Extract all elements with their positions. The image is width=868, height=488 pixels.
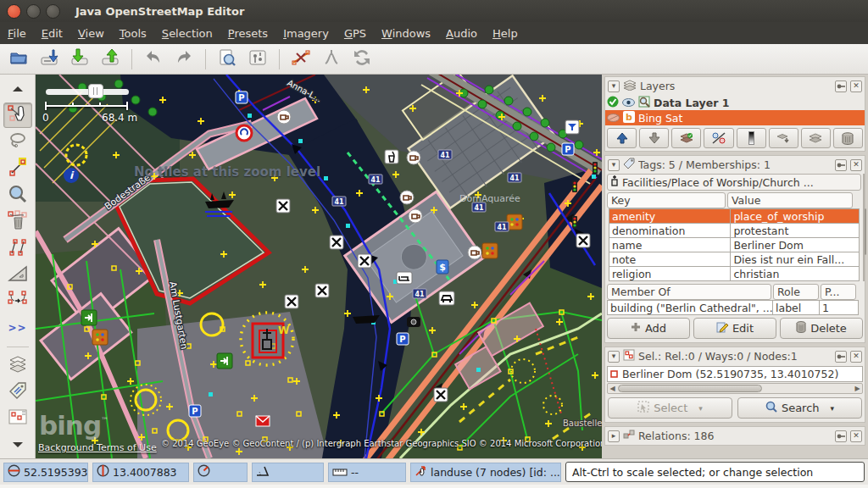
delete-layer-button[interactable]: [833, 128, 863, 148]
layer-row-bing[interactable]: b Bing Sat: [605, 110, 865, 125]
collapse-icon[interactable]: ▾: [608, 80, 620, 92]
menu-view[interactable]: View: [70, 24, 112, 43]
close-icon[interactable]: ✕: [850, 351, 862, 363]
draw-node-tool-button[interactable]: [3, 157, 32, 181]
layers-panel-toggle[interactable]: [3, 353, 32, 378]
tags-panel-toggle[interactable]: [3, 380, 32, 404]
menu-tools[interactable]: Tools: [112, 24, 154, 43]
preferences-button[interactable]: [244, 47, 271, 72]
sticky-pin-icon[interactable]: [835, 430, 847, 442]
extrude-tool-button[interactable]: [3, 263, 32, 287]
search-button[interactable]: [214, 47, 241, 72]
menu-gps[interactable]: GPS: [337, 24, 374, 43]
scroll-left-arrow[interactable]: ◀: [608, 384, 617, 393]
edit-tag-button[interactable]: Edit: [693, 318, 776, 339]
menu-file[interactable]: File: [0, 24, 34, 43]
sticky-pin-icon[interactable]: [835, 351, 847, 363]
split-way-button[interactable]: [287, 47, 314, 72]
position-column-header[interactable]: P...: [821, 284, 856, 300]
scroll-right-arrow[interactable]: ▶: [853, 384, 862, 393]
add-tag-button[interactable]: Add: [607, 318, 690, 339]
layer-opacity-button[interactable]: [737, 128, 766, 148]
membership-row[interactable]: building ("Berlin Cathedral", ... label …: [608, 301, 859, 315]
window-bottom-edge: [0, 485, 868, 488]
window-maximize-button[interactable]: [46, 4, 60, 19]
expand-icon[interactable]: ▸: [608, 430, 620, 442]
open-file-button[interactable]: [5, 47, 32, 72]
activate-layer-button[interactable]: [671, 128, 701, 148]
selection-item[interactable]: Berliner Dom (52.5190735, 13.4010752): [607, 366, 863, 382]
delete-tool-button[interactable]: [3, 209, 32, 234]
select-tool-button[interactable]: [3, 103, 32, 128]
scroll-down-button[interactable]: [3, 433, 32, 458]
menu-windows[interactable]: Windows: [374, 24, 438, 43]
angle-icon: [256, 465, 270, 479]
visibility-eye-off-icon[interactable]: [607, 112, 620, 125]
combine-way-button[interactable]: [318, 47, 345, 72]
close-icon[interactable]: ✕: [850, 80, 862, 92]
scroll-up-button[interactable]: [3, 76, 32, 101]
distance-field: --: [328, 463, 406, 482]
download-osm-button[interactable]: [36, 47, 63, 72]
update-data-button[interactable]: [348, 47, 376, 72]
close-icon[interactable]: ✕: [850, 159, 862, 171]
longitude-field: 13.4007883: [92, 463, 189, 482]
preset-row[interactable]: Facilities/Place of Worship/Church ...: [607, 174, 861, 191]
menu-audio[interactable]: Audio: [438, 24, 485, 43]
layer-row-data[interactable]: Data Layer 1: [605, 95, 865, 110]
menu-presets[interactable]: Presets: [220, 24, 275, 43]
tag-row[interactable]: nameBerliner Dom: [609, 238, 860, 252]
zoom-tool-button[interactable]: [3, 183, 32, 208]
more-tools-button[interactable]: >>: [3, 316, 32, 341]
zoom-slider[interactable]: [46, 89, 129, 95]
dropdown-arrow-icon: ▾: [831, 404, 835, 413]
sticky-pin-icon[interactable]: [835, 80, 847, 92]
move-layer-up-button[interactable]: [607, 128, 637, 148]
title-bar: Java OpenStreetMap Editor: [0, 0, 868, 22]
merge-nodes-tool-button[interactable]: [3, 289, 32, 313]
tag-row[interactable]: religionchristian: [609, 267, 860, 281]
zoom-slider-handle[interactable]: [88, 84, 103, 98]
map-canvas[interactable]: W: [36, 75, 602, 458]
area-label-baustelle: Baustelle: [563, 419, 602, 428]
role-column-header[interactable]: Role: [773, 284, 819, 300]
collapse-icon[interactable]: ▾: [608, 159, 620, 171]
member-of-column-header[interactable]: Member Of: [607, 284, 771, 300]
select-button[interactable]: Select ▾: [608, 397, 732, 419]
download-along-button[interactable]: [66, 47, 93, 72]
key-column-header[interactable]: Key: [607, 192, 726, 208]
redo-button[interactable]: [170, 47, 198, 72]
layer-visibility-button[interactable]: [704, 128, 733, 148]
collapse-icon[interactable]: ▾: [608, 351, 620, 363]
background-terms-link[interactable]: Background Terms of Use: [38, 442, 157, 453]
parallel-way-tool-button[interactable]: [3, 236, 32, 261]
search-document-icon: [217, 47, 237, 71]
tag-row[interactable]: denominationprotestant: [609, 224, 860, 238]
selection-panel-toggle[interactable]: [3, 406, 32, 430]
move-layer-down-button[interactable]: [639, 128, 669, 148]
menu-edit[interactable]: Edit: [34, 24, 70, 43]
tags-scrollbar[interactable]: [863, 174, 865, 281]
upload-button[interactable]: [97, 47, 124, 72]
imagery-copyright: © 2014 GeoEye © GeoContent / (p) Intergr…: [161, 439, 602, 448]
undo-button[interactable]: [140, 47, 167, 72]
menu-imagery[interactable]: Imagery: [275, 24, 337, 43]
menu-selection[interactable]: Selection: [154, 24, 220, 43]
search-button-panel[interactable]: Search ▾: [737, 397, 862, 419]
merge-layer-button[interactable]: [769, 128, 798, 148]
value-column-header[interactable]: Value: [727, 192, 853, 208]
delete-tag-button[interactable]: Delete: [780, 318, 863, 339]
relations-panel: ▸ Relations: 186 ✕: [604, 426, 865, 446]
tag-row[interactable]: noteDies ist nur ein Fall...: [609, 252, 860, 267]
visibility-eye-icon[interactable]: [622, 97, 635, 109]
tag-row[interactable]: amenityplace_of_worship: [609, 209, 860, 224]
duplicate-layer-button[interactable]: [801, 128, 831, 148]
menu-help[interactable]: Help: [485, 24, 526, 43]
svg-text:P: P: [238, 93, 244, 103]
window-close-button[interactable]: [7, 4, 21, 19]
window-minimize-button[interactable]: [26, 4, 41, 19]
sticky-pin-icon[interactable]: [835, 159, 847, 171]
close-icon[interactable]: ✕: [850, 430, 862, 442]
lasso-tool-button[interactable]: [3, 130, 32, 154]
selection-hscrollbar[interactable]: ◀ ▶: [607, 383, 863, 394]
